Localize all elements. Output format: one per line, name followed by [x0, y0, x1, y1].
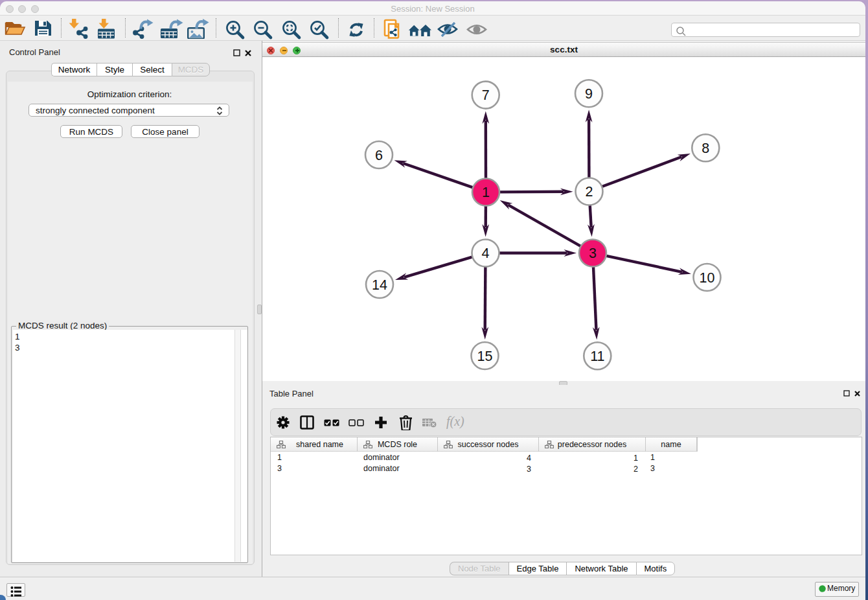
svg-text:8: 8 [702, 141, 709, 156]
svg-text:11: 11 [590, 349, 604, 364]
svg-text:2: 2 [586, 184, 593, 200]
svg-text:1: 1 [482, 185, 490, 200]
svg-text:10: 10 [700, 270, 715, 286]
svg-text:6: 6 [375, 148, 383, 163]
svg-text:3: 3 [589, 246, 597, 261]
svg-text:15: 15 [477, 349, 493, 364]
svg-text:14: 14 [372, 277, 387, 293]
svg-text:7: 7 [482, 87, 490, 103]
svg-text:9: 9 [585, 86, 593, 102]
svg-text:4: 4 [482, 246, 490, 261]
